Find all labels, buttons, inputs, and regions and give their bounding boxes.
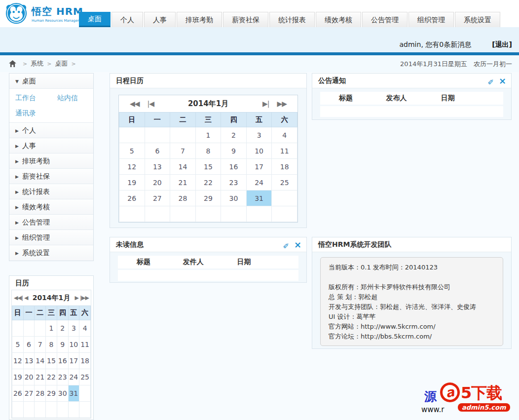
calendar-day[interactable]: 30: [221, 191, 247, 206]
calendar-day[interactable]: 17: [68, 353, 79, 369]
calendar-day[interactable]: 28: [35, 385, 46, 402]
calendar-day[interactable]: 16: [57, 353, 68, 369]
calendar-day[interactable]: 5: [119, 143, 145, 159]
tab-公告管理[interactable]: 公告管理: [362, 12, 408, 27]
submenu-item-站内信[interactable]: 站内信: [51, 90, 93, 106]
sidebar-item-绩效考核[interactable]: ▶绩效考核: [9, 199, 93, 215]
calendar-day[interactable]: 15: [195, 159, 221, 175]
calendar-day[interactable]: 14: [170, 159, 196, 175]
fast-next-icon[interactable]: |▶▶: [80, 295, 89, 301]
calendar-day[interactable]: 5: [12, 337, 24, 353]
calendar-day[interactable]: 24: [246, 175, 272, 191]
submenu-item-通讯录[interactable]: 通讯录: [9, 106, 51, 121]
calendar-day[interactable]: 9: [221, 143, 247, 159]
submenu-item-工作台[interactable]: 工作台: [9, 90, 51, 106]
calendar-day[interactable]: 22: [195, 175, 221, 191]
next-icon[interactable]: ▶: [75, 295, 78, 301]
calendar-day[interactable]: 25: [79, 369, 91, 385]
sidebar-item-公告管理[interactable]: ▶公告管理: [9, 215, 93, 230]
calendar-day[interactable]: 18: [79, 353, 91, 369]
calendar-day[interactable]: 21: [35, 369, 46, 385]
sidebar-item-统计报表[interactable]: ▶统计报表: [9, 184, 93, 199]
fast-prev-icon[interactable]: ◀◀: [130, 100, 140, 108]
calendar-day[interactable]: 27: [145, 191, 170, 206]
tab-统计报表[interactable]: 统计报表: [269, 12, 315, 27]
prev-icon[interactable]: |◀: [148, 100, 154, 108]
calendar-day[interactable]: 3: [246, 127, 272, 143]
calendar-day[interactable]: 6: [145, 143, 170, 159]
close-icon[interactable]: ×: [294, 240, 301, 249]
calendar-day[interactable]: 23: [57, 369, 68, 385]
close-icon[interactable]: ×: [499, 76, 506, 85]
edit-icon[interactable]: ✎: [283, 238, 289, 252]
calendar-empty-cell: [119, 127, 145, 143]
sidebar-item-排班考勤[interactable]: ▶排班考勤: [9, 153, 93, 169]
sidebar-item-桌面[interactable]: ▼桌面: [9, 74, 93, 89]
tab-组织管理[interactable]: 组织管理: [408, 12, 454, 27]
calendar-day[interactable]: 22: [46, 369, 57, 385]
calendar-day[interactable]: 30: [57, 385, 68, 402]
tab-排班考勤[interactable]: 排班考勤: [177, 12, 222, 27]
calendar-day[interactable]: 10: [68, 337, 79, 353]
calendar-day[interactable]: 21: [170, 175, 196, 191]
team-info-line: 官方网站：http://www.5kcrm.com/: [329, 322, 495, 332]
calendar-day[interactable]: 23: [221, 175, 247, 191]
edit-icon[interactable]: ✎: [487, 74, 494, 88]
calendar-day[interactable]: 4: [272, 127, 297, 143]
calendar-day[interactable]: 2: [221, 127, 247, 143]
tab-薪资社保[interactable]: 薪资社保: [223, 12, 268, 27]
calendar-day[interactable]: 7: [35, 337, 46, 353]
tab-绩效考核[interactable]: 绩效考核: [316, 12, 361, 27]
sidebar-item-薪资社保[interactable]: ▶薪资社保: [9, 169, 93, 184]
calendar-day[interactable]: 2: [57, 320, 68, 337]
calendar-day[interactable]: 24: [68, 369, 79, 385]
calendar-day[interactable]: 18: [272, 159, 297, 175]
calendar-day[interactable]: 3: [68, 320, 79, 337]
calendar-day[interactable]: 4: [79, 320, 91, 337]
calendar-day[interactable]: 26: [12, 385, 24, 402]
sidebar-item-系统设置[interactable]: ▶系统设置: [9, 245, 93, 261]
calendar-day[interactable]: 10: [246, 143, 272, 159]
tab-桌面[interactable]: 桌面: [79, 12, 111, 27]
sidebar-item-个人[interactable]: ▶个人: [9, 123, 93, 138]
fast-prev-icon[interactable]: ◀◀|: [14, 295, 23, 301]
calendar-day[interactable]: 12: [12, 353, 24, 369]
next-icon[interactable]: ▶|: [262, 100, 269, 108]
tab-个人[interactable]: 个人: [111, 12, 143, 27]
fast-next-icon[interactable]: ▶▶: [277, 100, 287, 108]
tab-系统设置[interactable]: 系统设置: [455, 12, 500, 27]
calendar-day[interactable]: 20: [23, 369, 35, 385]
calendar-day[interactable]: 8: [46, 337, 57, 353]
calendar-day[interactable]: 12: [119, 159, 145, 175]
calendar-day[interactable]: 20: [145, 175, 170, 191]
calendar-day[interactable]: 28: [170, 191, 196, 206]
sidebar-item-人事[interactable]: ▶人事: [9, 138, 93, 153]
calendar-day[interactable]: 1: [46, 320, 57, 337]
calendar-day[interactable]: 31: [246, 191, 272, 206]
calendar-day[interactable]: 19: [119, 175, 145, 191]
calendar-day[interactable]: 26: [119, 191, 145, 206]
calendar-day[interactable]: 6: [23, 337, 35, 353]
calendar-day[interactable]: 31: [68, 385, 79, 402]
sidebar-item-组织管理[interactable]: ▶组织管理: [9, 230, 93, 245]
calendar-day[interactable]: 16: [221, 159, 247, 175]
calendar-day[interactable]: 15: [46, 353, 57, 369]
calendar-day[interactable]: 29: [195, 191, 221, 206]
calendar-day[interactable]: 9: [57, 337, 68, 353]
logout-link[interactable]: [退出]: [492, 40, 512, 48]
calendar-day[interactable]: 29: [46, 385, 57, 402]
calendar-day[interactable]: 27: [23, 385, 35, 402]
calendar-day[interactable]: 14: [35, 353, 46, 369]
calendar-day[interactable]: 13: [145, 159, 170, 175]
tab-人事[interactable]: 人事: [144, 12, 176, 27]
calendar-day[interactable]: 7: [170, 143, 196, 159]
calendar-day[interactable]: 17: [246, 159, 272, 175]
calendar-day[interactable]: 8: [195, 143, 221, 159]
calendar-day[interactable]: 1: [195, 127, 221, 143]
calendar-day[interactable]: 19: [12, 369, 24, 385]
calendar-day[interactable]: 11: [272, 143, 297, 159]
prev-icon[interactable]: ◀: [24, 295, 28, 301]
calendar-day[interactable]: 13: [23, 353, 35, 369]
calendar-day[interactable]: 25: [272, 175, 297, 191]
calendar-day[interactable]: 11: [79, 337, 91, 353]
